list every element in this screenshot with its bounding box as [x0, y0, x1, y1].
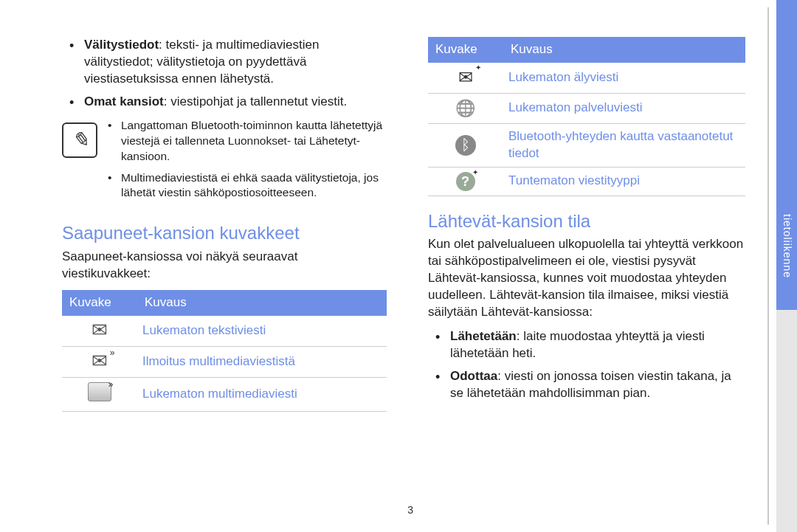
- col-header-icon: Kuvake: [62, 290, 137, 316]
- desc-cell: Lukematon palveluviesti: [503, 93, 745, 123]
- note-icon: ✎: [62, 122, 97, 158]
- bullet-term: Omat kansiot: [84, 94, 164, 108]
- bullet-term: Odottaa: [450, 369, 497, 383]
- top-bullet-list: Välitystiedot: teksti- ja multimediavies…: [62, 37, 387, 111]
- bullet-item: Välitystiedot: teksti- ja multimediavies…: [62, 37, 387, 88]
- icon-cell: [428, 93, 503, 123]
- bluetooth-icon: [455, 135, 476, 156]
- mms-notify-icon: [87, 351, 112, 372]
- outbox-bullet-list: Lähetetään: laite muodostaa yhteyttä ja …: [428, 328, 745, 402]
- desc-cell: Lukematon tekstiviesti: [137, 316, 387, 347]
- note-item: Langattoman Bluetooth-toiminnon kautta l…: [108, 118, 387, 165]
- bullet-item: Odottaa: viesti on jonossa toisen viesti…: [428, 368, 745, 402]
- table-row: Ilmoitus multimediaviestistä: [62, 346, 387, 377]
- globe-icon: [453, 98, 478, 119]
- section-intro: Saapuneet-kansiossa voi näkyä seuraavat …: [62, 249, 387, 283]
- desc-cell: Tuntematon viestityyppi: [503, 167, 745, 196]
- table-header-row: Kuvake Kuvaus: [428, 37, 745, 63]
- right-column: Kuvake Kuvaus Lukematon älyviesti Lukema…: [428, 37, 745, 412]
- note-item: Multimediaviestistä ei ehkä saada välity…: [108, 170, 387, 201]
- icon-cell: [62, 316, 137, 347]
- left-column: Välitystiedot: teksti- ja multimediavies…: [62, 37, 387, 412]
- icon-cell: [62, 346, 137, 377]
- table-header-row: Kuvake Kuvaus: [62, 290, 387, 316]
- envelope-icon: [87, 320, 112, 341]
- table-row: Lukematon älyviesti: [428, 63, 745, 93]
- col-header-desc: Kuvaus: [137, 290, 387, 316]
- bullet-item: Omat kansiot: viestipohjat ja tallennetu…: [62, 94, 387, 111]
- desc-cell: Lukematon älyviesti: [503, 63, 745, 93]
- page-number: 3: [407, 503, 413, 517]
- col-header-desc: Kuvaus: [503, 37, 745, 63]
- bullet-text: : viestipohjat ja tallennetut viestit.: [164, 94, 348, 108]
- desc-cell: Lukematon multimediaviesti: [137, 378, 387, 412]
- inbox-icon-table: Kuvake Kuvaus Lukematon tekstiviesti Ilm…: [62, 290, 387, 412]
- side-separator: [767, 7, 769, 525]
- section-heading-outbox-state: Lähtevät-kansion tila: [428, 210, 745, 233]
- icon-cell: [62, 378, 137, 412]
- smart-msg-icon: [453, 67, 478, 88]
- bullet-term: Välitystiedot: [84, 38, 159, 52]
- desc-cell: Bluetooth-yhteyden kautta vastaanotetut …: [503, 123, 745, 167]
- icon-cell: [428, 123, 503, 167]
- manual-page: Välitystiedot: teksti- ja multimediavies…: [0, 0, 797, 532]
- col-header-icon: Kuvake: [428, 37, 503, 63]
- mms-unread-icon: [88, 382, 111, 401]
- section-body: Kun olet palvelualueen ulkopuolella tai …: [428, 236, 745, 321]
- desc-cell: Ilmoitus multimediaviestistä: [137, 346, 387, 377]
- note-box: ✎ Langattoman Bluetooth-toiminnon kautta…: [62, 118, 387, 207]
- table-row: Lukematon palveluviesti: [428, 93, 745, 123]
- side-tab-label: tietoliikenne: [780, 214, 794, 278]
- note-list: Langattoman Bluetooth-toiminnon kautta l…: [108, 118, 387, 207]
- table-row: Bluetooth-yhteyden kautta vastaanotetut …: [428, 123, 745, 167]
- bullet-item: Lähetetään: laite muodostaa yhteyttä ja …: [428, 328, 745, 362]
- two-column-layout: Välitystiedot: teksti- ja multimediavies…: [0, 37, 797, 412]
- section-heading-inbox-icons: Saapuneet-kansion kuvakkeet: [62, 221, 387, 245]
- inbox-icon-table-cont: Kuvake Kuvaus Lukematon älyviesti Lukema…: [428, 37, 745, 196]
- table-row: Tuntematon viestityyppi: [428, 167, 745, 196]
- unknown-type-icon: [456, 172, 475, 191]
- bullet-term: Lähetetään: [450, 329, 517, 343]
- icon-cell: [428, 63, 503, 93]
- table-row: Lukematon tekstiviesti: [62, 316, 387, 347]
- table-row: Lukematon multimediaviesti: [62, 378, 387, 412]
- icon-cell: [428, 167, 503, 196]
